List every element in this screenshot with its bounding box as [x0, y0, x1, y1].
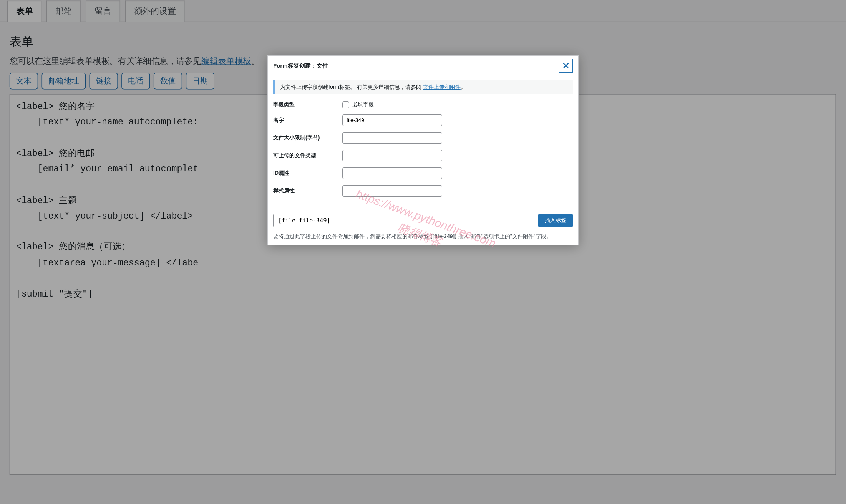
id-attr-label: ID属性: [273, 170, 338, 177]
file-types-label: 可上传的文件类型: [273, 152, 338, 159]
file-types-input[interactable]: [342, 150, 442, 161]
required-checkbox[interactable]: [342, 101, 349, 108]
close-icon: [563, 63, 569, 68]
close-dialog-button[interactable]: [559, 59, 573, 73]
insert-tag-button[interactable]: 插入标签: [538, 214, 573, 227]
name-input[interactable]: [342, 114, 442, 126]
class-attr-input[interactable]: [342, 185, 442, 197]
size-limit-input[interactable]: [342, 132, 442, 144]
field-type-label: 字段类型: [273, 101, 338, 108]
modal-overlay: Form标签创建：文件 为文件上传字段创建form标签。 有关更多详细信息，请参…: [0, 0, 846, 504]
shortcode-input[interactable]: [273, 214, 534, 227]
file-upload-doc-link[interactable]: 文件上传和附件: [423, 84, 461, 90]
tag-generator-dialog: Form标签创建：文件 为文件上传字段创建form标签。 有关更多详细信息，请参…: [267, 55, 579, 245]
footer-note: 要将通过此字段上传的文件附加到邮件，您需要将相应的邮件标签 ([file-349…: [273, 232, 573, 240]
id-attr-input[interactable]: [342, 167, 442, 179]
dialog-title: Form标签创建：文件: [273, 62, 328, 70]
size-limit-label: 文件大小限制(字节): [273, 134, 338, 141]
required-checkbox-label: 必填字段: [352, 101, 374, 108]
name-label: 名字: [273, 117, 338, 124]
info-box: 为文件上传字段创建form标签。 有关更多详细信息，请参阅 文件上传和附件。: [273, 80, 573, 94]
class-attr-label: 样式属性: [273, 187, 338, 194]
